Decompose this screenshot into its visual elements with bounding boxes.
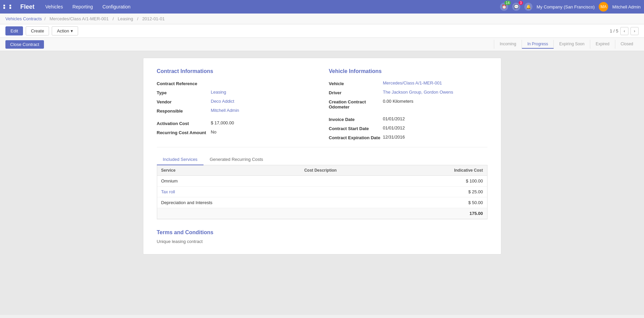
- app-brand[interactable]: Fleet: [3, 3, 34, 10]
- pager-text: 1 / 5: [610, 28, 618, 33]
- type-link[interactable]: Leasing: [211, 90, 226, 95]
- bell-icon[interactable]: 🔔: [524, 3, 532, 11]
- col-service: Service: [157, 165, 300, 176]
- app-name: Fleet: [20, 3, 34, 10]
- label-recurring-cost: Recurring Cost Amount: [157, 129, 211, 135]
- responsible-link[interactable]: Mitchell Admin: [211, 108, 239, 113]
- divider: [157, 147, 487, 147]
- value-vehicle: Mercedes/Class A/1-MER-001: [383, 80, 487, 85]
- service-omnium: Omnium: [157, 176, 300, 187]
- label-responsible: Responsible: [157, 108, 211, 114]
- tab-included-services[interactable]: Included Services: [157, 154, 204, 165]
- col-cost-description: Cost Description: [300, 165, 398, 176]
- grid-icon: [3, 5, 15, 9]
- navbar-right: ⏰ 14 💬 3 🔔 My Company (San Francisco) MA…: [500, 2, 641, 11]
- notifications-badge: 14: [504, 1, 511, 5]
- tab-content-included-services: Service Cost Description Indicative Cost…: [157, 165, 487, 219]
- vehicle-info-title: Vehicle Informations: [329, 68, 487, 74]
- cost-desc-depreciation: [300, 197, 398, 208]
- main-content: Contract Informations Contract Reference…: [0, 51, 644, 315]
- services-table: Service Cost Description Indicative Cost…: [157, 165, 487, 219]
- label-driver: Driver: [329, 90, 383, 95]
- label-odometer: Creation Contract Odometer: [329, 99, 383, 109]
- navbar-menu: Vehicles Reporting Configuration: [41, 3, 500, 11]
- action-label: Action: [57, 28, 69, 33]
- value-odometer: 0.00 Kilometers: [383, 99, 487, 104]
- avatar: MA: [599, 2, 608, 11]
- terms-title: Terms and Conditions: [157, 229, 487, 236]
- value-recurring-cost: No: [211, 129, 315, 134]
- terms-section: Terms and Conditions Unique leasing cont…: [157, 229, 487, 244]
- label-vendor: Vendor: [157, 99, 211, 104]
- cost-omnium: $ 100.00: [398, 176, 487, 187]
- breadcrumb-vehicles-contracts[interactable]: Vehicles Contracts: [5, 16, 42, 21]
- value-activation-cost: $ 17,000.00: [211, 120, 315, 125]
- cost-desc-taxroll: [300, 187, 398, 197]
- status-in-progress[interactable]: In Progress: [522, 40, 554, 49]
- toolbar: Edit Create Action ▾ 1 / 5 ‹ ›: [0, 24, 644, 38]
- clock-icon-wrapper[interactable]: ⏰ 14: [500, 3, 508, 11]
- col-indicative-cost: Indicative Cost: [398, 165, 487, 176]
- value-invoice-date: 01/01/2012: [383, 116, 487, 121]
- breadcrumb-text: Vehicles Contracts / Mercedes/Class A/1-…: [5, 16, 166, 21]
- status-expired[interactable]: Expired: [590, 40, 615, 49]
- vendor-link[interactable]: Deco Addict: [211, 99, 234, 104]
- vehicle-info-section: Vehicle Informations Vehicle Mercedes/Cl…: [329, 68, 487, 140]
- chat-icon-wrapper[interactable]: 💬 3: [512, 3, 520, 11]
- table-total-row: 175.00: [157, 208, 487, 219]
- contract-cost-fields: Activation Cost $ 17,000.00 Recurring Co…: [157, 120, 315, 135]
- table-row: Tax roll $ 25.00: [157, 187, 487, 197]
- breadcrumb-date: 2012-01-01: [142, 16, 165, 21]
- table-header-row: Service Cost Description Indicative Cost: [157, 165, 487, 176]
- breadcrumb-leasing: Leasing: [118, 16, 133, 21]
- table-body: Omnium $ 100.00 Tax roll $ 25.00 Depreci…: [157, 176, 487, 219]
- value-driver: The Jackson Group, Gordon Owens: [383, 90, 487, 95]
- total-spacer: [157, 208, 398, 219]
- status-incoming[interactable]: Incoming: [494, 40, 522, 49]
- create-button[interactable]: Create: [26, 26, 49, 35]
- service-depreciation: Depreciation and Interests: [157, 197, 300, 208]
- status-closed[interactable]: Closed: [615, 40, 639, 49]
- value-responsible: Mitchell Admin: [211, 108, 315, 113]
- chevron-down-icon: ▾: [71, 28, 73, 33]
- navbar-vehicles[interactable]: Vehicles: [41, 3, 67, 11]
- breadcrumb: Vehicles Contracts / Mercedes/Class A/1-…: [0, 14, 644, 24]
- navbar: Fleet Vehicles Reporting Configuration ⏰…: [0, 0, 644, 14]
- breadcrumb-mercedes: Mercedes/Class A/1-MER-001: [50, 16, 109, 21]
- value-start-date: 01/01/2012: [383, 125, 487, 130]
- breadcrumb-sep1: /: [44, 16, 47, 21]
- value-expiration-date: 12/31/2016: [383, 134, 487, 140]
- label-contract-reference: Contract Reference: [157, 80, 211, 86]
- cost-desc-omnium: [300, 176, 398, 187]
- taxroll-link[interactable]: Tax roll: [161, 189, 175, 194]
- table-row: Depreciation and Interests $ 50.00: [157, 197, 487, 208]
- pager: 1 / 5 ‹ ›: [610, 27, 639, 35]
- cost-taxroll: $ 25.00: [398, 187, 487, 197]
- pager-next-button[interactable]: ›: [630, 27, 639, 35]
- info-row: Contract Informations Contract Reference…: [157, 68, 487, 140]
- breadcrumb-sep2: /: [113, 16, 115, 21]
- value-type: Leasing: [211, 90, 315, 95]
- navbar-reporting[interactable]: Reporting: [68, 3, 97, 11]
- total-value: 175.00: [398, 208, 487, 219]
- terms-text: Unique leasing contract: [157, 239, 487, 244]
- contract-action-bar: Close Contract Incoming In Progress Expi…: [0, 38, 644, 51]
- label-invoice-date: Invoice Date: [329, 116, 383, 122]
- contract-info-title: Contract Informations: [157, 68, 315, 74]
- navbar-configuration[interactable]: Configuration: [98, 3, 135, 11]
- vehicle-link[interactable]: Mercedes/Class A/1-MER-001: [383, 80, 442, 85]
- label-expiration-date: Contract Expiration Date: [329, 134, 383, 140]
- breadcrumb-sep3: /: [137, 16, 139, 21]
- service-taxroll: Tax roll: [157, 187, 300, 197]
- edit-button[interactable]: Edit: [5, 26, 23, 35]
- action-button[interactable]: Action ▾: [52, 26, 78, 35]
- value-vendor: Deco Addict: [211, 99, 315, 104]
- table-row: Omnium $ 100.00: [157, 176, 487, 187]
- company-selector[interactable]: My Company (San Francisco): [536, 4, 595, 9]
- driver-link[interactable]: The Jackson Group, Gordon Owens: [383, 90, 453, 95]
- close-contract-button[interactable]: Close Contract: [5, 40, 44, 49]
- status-expiring-soon[interactable]: Expiring Soon: [554, 40, 590, 49]
- pager-prev-button[interactable]: ‹: [620, 27, 628, 35]
- contract-info-section: Contract Informations Contract Reference…: [157, 68, 315, 140]
- tab-generated-recurring-costs[interactable]: Generated Recurring Costs: [204, 154, 269, 165]
